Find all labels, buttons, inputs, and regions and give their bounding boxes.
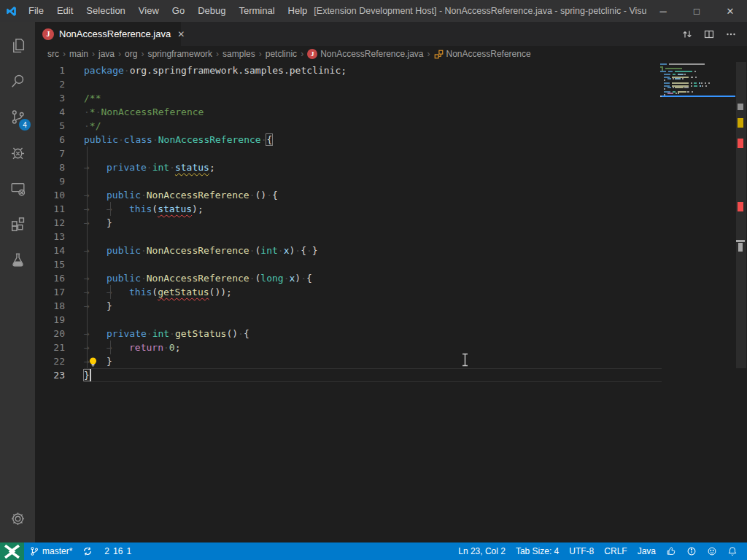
compare-changes-icon[interactable] (678, 26, 696, 43)
code-line-7[interactable] (84, 147, 660, 160)
menu-debug[interactable]: Debug (191, 0, 232, 22)
code-line-19[interactable] (84, 313, 660, 327)
line-number[interactable]: 7 (35, 147, 84, 160)
menu-terminal[interactable]: Terminal (232, 0, 281, 22)
line-number[interactable]: 22 (35, 354, 84, 368)
code-line-16[interactable]: →public·NonAccessReference·(long·x)·{ (84, 271, 660, 285)
line-number[interactable]: 19 (35, 313, 84, 327)
scrollbar[interactable] (735, 62, 747, 542)
line-number[interactable]: 17 (35, 285, 84, 299)
indent-guide (110, 285, 111, 299)
breadcrumb-item-springframework[interactable]: springframework (147, 49, 212, 59)
line-number[interactable]: 15 (35, 257, 84, 271)
code-line-8[interactable]: →private·int·status; (84, 160, 660, 174)
breadcrumb-item-main[interactable]: main (69, 49, 88, 59)
line-number[interactable]: 10 (35, 188, 84, 202)
breadcrumb-item-org[interactable]: org (125, 49, 137, 59)
line-number[interactable]: 5 (35, 119, 84, 133)
notifications-bell-icon[interactable] (722, 542, 743, 560)
line-number[interactable]: 23 (35, 368, 84, 382)
extensions-icon[interactable] (0, 206, 35, 242)
code-line-12[interactable]: →} (84, 216, 660, 230)
code-line-17[interactable]: →→this(getStatus()); (84, 285, 660, 299)
line-number[interactable]: 21 (35, 341, 84, 354)
line-number[interactable]: 9 (35, 174, 84, 188)
code-line-4[interactable]: ·*·NonAccessReference (84, 105, 660, 119)
menu-go[interactable]: Go (166, 0, 191, 22)
remote-indicator[interactable] (0, 542, 24, 560)
problems-status[interactable]: 2 16 1 (98, 542, 136, 560)
tab-nonaccessreference[interactable]: J NonAccessReference.java ✕ (35, 22, 181, 46)
code-line-11[interactable]: →→this(status); (84, 202, 660, 216)
code-editor[interactable]: 1234567891011121314151617181920212223 pa… (35, 62, 747, 542)
line-number[interactable]: 11 (35, 202, 84, 216)
code-line-9[interactable] (84, 174, 660, 188)
code-line-2[interactable] (84, 77, 660, 91)
maximize-button[interactable]: □ (680, 0, 713, 22)
remote-explorer-icon[interactable] (0, 171, 35, 206)
eol-indicator[interactable]: CRLF (599, 542, 632, 560)
line-number[interactable]: 8 (35, 160, 84, 174)
line-col-indicator[interactable]: Ln 23, Col 2 (453, 542, 511, 560)
breadcrumb-separator: › (140, 49, 144, 59)
menu-edit[interactable]: Edit (50, 0, 80, 22)
search-icon[interactable] (0, 63, 35, 99)
code-line-3[interactable]: /** (84, 91, 660, 105)
tab-close-icon[interactable]: ✕ (177, 29, 185, 39)
breadcrumb-item-src[interactable]: src (47, 49, 59, 59)
code-line-22[interactable]: →} (84, 354, 660, 368)
line-number[interactable]: 2 (35, 77, 84, 91)
editor-gutter[interactable]: 1234567891011121314151617181920212223 (35, 63, 84, 382)
line-number[interactable]: 3 (35, 91, 84, 105)
code-area[interactable]: package·org.springframework.samples.petc… (84, 63, 660, 382)
code-line-20[interactable]: →private·int·getStatus()·{ (84, 327, 660, 341)
explorer-icon[interactable] (0, 28, 35, 63)
line-number[interactable]: 4 (35, 105, 84, 119)
split-editor-icon[interactable] (700, 26, 718, 43)
line-number[interactable]: 20 (35, 327, 84, 341)
git-branch-status[interactable]: master* (24, 542, 77, 560)
manage-gear-icon[interactable] (0, 501, 35, 537)
code-line-1[interactable]: package·org.springframework.samples.petc… (84, 63, 660, 77)
breadcrumb-item-java[interactable]: java (98, 49, 115, 59)
menu-view[interactable]: View (132, 0, 166, 22)
code-line-23[interactable]: } (84, 368, 660, 382)
encoding-indicator[interactable]: UTF-8 (564, 542, 599, 560)
line-number[interactable]: 12 (35, 216, 84, 230)
testing-icon[interactable] (0, 242, 35, 278)
line-number[interactable]: 18 (35, 299, 84, 313)
code-line-13[interactable] (84, 230, 660, 244)
code-line-21[interactable]: →→return·0; (84, 341, 660, 354)
breadcrumb-item-nonaccessreference-java[interactable]: JNonAccessReference.java (307, 49, 423, 59)
language-indicator[interactable]: Java (632, 542, 661, 560)
java-status-icon[interactable] (681, 542, 702, 560)
run-debug-icon[interactable] (0, 135, 35, 171)
line-number[interactable]: 14 (35, 244, 84, 257)
more-actions-icon[interactable] (722, 26, 740, 43)
sync-changes-button[interactable] (77, 542, 98, 560)
minimap[interactable] (660, 63, 735, 97)
code-line-15[interactable] (84, 257, 660, 271)
breadcrumb-item-nonaccessreference[interactable]: NonAccessReference (434, 49, 531, 59)
line-number[interactable]: 16 (35, 271, 84, 285)
code-line-18[interactable]: →} (84, 299, 660, 313)
menu-file[interactable]: File (22, 0, 50, 22)
feedback-smiley-icon[interactable] (702, 542, 722, 560)
code-line-5[interactable]: ·*/ (84, 119, 660, 133)
close-button[interactable]: ✕ (713, 0, 747, 22)
breadcrumb-item-petclinic[interactable]: petclinic (266, 49, 297, 59)
minimize-button[interactable]: ─ (646, 0, 680, 22)
breadcrumb-item-samples[interactable]: samples (222, 49, 255, 59)
menu-help[interactable]: Help (282, 0, 314, 22)
line-number[interactable]: 1 (35, 63, 84, 77)
menu-selection[interactable]: Selection (80, 0, 131, 22)
line-number[interactable]: 13 (35, 230, 84, 244)
code-line-10[interactable]: →public·NonAccessReference·()·{ (84, 188, 660, 202)
thumbs-up-icon[interactable] (661, 542, 681, 560)
code-line-6[interactable]: public·class·NonAccessReference·{ (84, 133, 660, 147)
code-line-14[interactable]: →public·NonAccessReference·(int·x)·{·} (84, 244, 660, 257)
line-number[interactable]: 6 (35, 133, 84, 147)
lightbulb-icon[interactable] (88, 357, 98, 368)
source-control-icon[interactable]: 4 (0, 99, 35, 135)
tab-size-indicator[interactable]: Tab Size: 4 (511, 542, 564, 560)
